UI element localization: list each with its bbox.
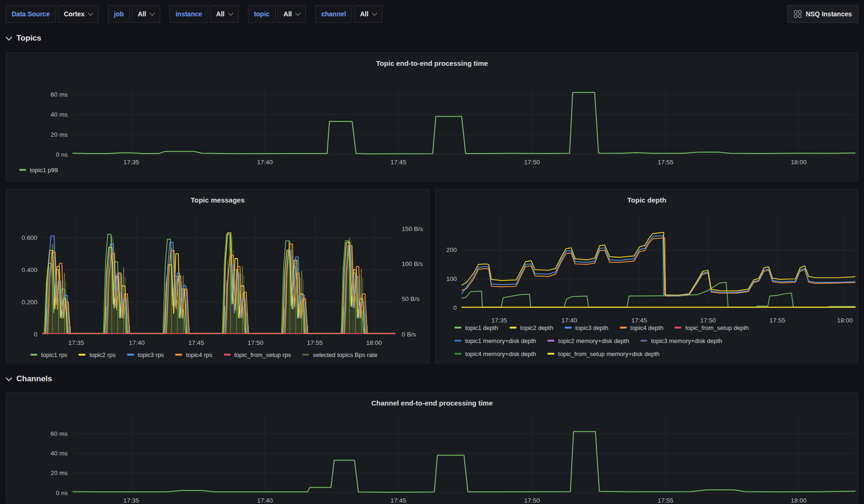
legend-item[interactable]: topic3 memory+disk depth xyxy=(640,337,722,344)
legend-item[interactable]: topic_from_setup rps xyxy=(224,351,291,358)
legend-item[interactable]: topic4 rps xyxy=(175,351,212,358)
legend-series-color-icon xyxy=(640,340,647,342)
variable-value-job[interactable]: All xyxy=(132,5,160,23)
legend-series-color-icon xyxy=(127,354,134,356)
legend-item[interactable]: topic_from_setup memory+disk depth xyxy=(547,350,659,357)
chart-canvas-topic-e2e[interactable]: 0 ns20 ms40 ms60 ms17:3517:4017:4517:501… xyxy=(6,53,858,182)
variable-label-datasource[interactable]: Data Source xyxy=(6,5,56,23)
variable-datasource: Data Source Cortex xyxy=(6,5,99,23)
section-row-topics[interactable]: Topics xyxy=(7,32,42,45)
svg-text:18:00: 18:00 xyxy=(791,159,807,166)
legend-item[interactable]: topic1 depth xyxy=(454,324,498,331)
legend-item[interactable]: topic3 depth xyxy=(565,324,609,331)
grafana-nsq-dashboard: { "toolbar": { "pairs": [ {"label": "Dat… xyxy=(0,0,864,504)
legend-item[interactable]: topic4 memory+disk depth xyxy=(454,350,536,357)
nsq-instances-button[interactable]: NSQ Instances xyxy=(787,5,858,23)
svg-text:17:35: 17:35 xyxy=(68,339,84,346)
legend-series-label: topic1 rps xyxy=(41,351,67,358)
variable-label-instance[interactable]: instance xyxy=(170,5,208,23)
variable-channel: channel All xyxy=(315,5,382,23)
legend-item[interactable]: selected topics Bps rate xyxy=(302,351,377,358)
svg-text:100: 100 xyxy=(446,275,457,282)
legend-series-label: topic2 memory+disk depth xyxy=(558,337,629,344)
variable-job: job All xyxy=(108,5,160,23)
legend-series-color-icon xyxy=(510,327,517,329)
variable-label-job[interactable]: job xyxy=(108,5,130,23)
section-row-channels[interactable]: Channels xyxy=(7,372,52,385)
svg-text:60 ms: 60 ms xyxy=(50,430,68,437)
legend-series-color-icon xyxy=(78,354,85,356)
variable-value-text: All xyxy=(360,10,368,18)
svg-text:18:00: 18:00 xyxy=(791,497,807,504)
section-title-channels: Channels xyxy=(16,374,52,384)
svg-text:40 ms: 40 ms xyxy=(50,111,68,118)
legend-series-label: topic3 memory+disk depth xyxy=(651,337,722,344)
svg-text:17:40: 17:40 xyxy=(129,339,145,346)
legend-series-color-icon xyxy=(454,353,461,355)
svg-text:200: 200 xyxy=(446,246,457,253)
nsq-instances-label: NSQ Instances xyxy=(806,10,852,18)
legend-row: topic1 depthtopic2 depthtopic3 depthtopi… xyxy=(454,324,760,331)
svg-text:17:50: 17:50 xyxy=(700,317,716,324)
legend-item[interactable]: topic1 rps xyxy=(30,351,67,358)
variable-label-channel[interactable]: channel xyxy=(315,5,352,23)
variable-value-text: Cortex xyxy=(64,10,85,18)
legend-series-color-icon xyxy=(454,340,461,342)
svg-text:17:35: 17:35 xyxy=(123,159,139,166)
legend-series-label: topic_from_setup depth xyxy=(685,324,749,331)
chevron-down-icon xyxy=(372,10,377,15)
legend-item[interactable]: topic1 memory+disk depth xyxy=(454,337,536,344)
legend-item[interactable]: topic3 rps xyxy=(127,351,164,358)
section-title-topics: Topics xyxy=(16,34,42,43)
panel-topic-e2e: Topic end-to-end processing time 0 ns20 … xyxy=(6,52,858,182)
legend-series-label: topic1 p99 xyxy=(30,167,58,174)
variable-value-channel[interactable]: All xyxy=(354,5,382,23)
variable-label-text: channel xyxy=(321,10,346,18)
legend-item[interactable]: topic2 memory+disk depth xyxy=(547,337,629,344)
svg-text:17:45: 17:45 xyxy=(631,317,647,324)
svg-text:17:45: 17:45 xyxy=(188,339,204,346)
legend-item[interactable]: topic1 p99 xyxy=(19,167,58,174)
variable-value-datasource[interactable]: Cortex xyxy=(58,5,99,23)
chart-canvas-channel-e2e[interactable]: 0 ns20 ms40 ms60 ms17:3517:4017:4517:501… xyxy=(6,392,858,504)
chart-canvas-topic-messages[interactable]: 00.2000.4000.6000 B/s50 B/s100 B/s150 B/… xyxy=(6,189,430,364)
svg-text:17:35: 17:35 xyxy=(123,497,139,504)
svg-text:0.200: 0.200 xyxy=(21,299,37,306)
legend-item[interactable]: topic_from_setup depth xyxy=(674,324,749,331)
legend-series-color-icon xyxy=(19,169,26,171)
svg-text:17:45: 17:45 xyxy=(390,497,406,504)
legend-series-color-icon xyxy=(620,327,627,329)
variable-instance: instance All xyxy=(170,5,239,23)
variable-value-topic[interactable]: All xyxy=(277,5,306,23)
apps-grid-icon xyxy=(794,10,802,18)
panel-topic-depth: Topic depth 010020017:3517:4017:4517:501… xyxy=(435,189,858,364)
legend-series-color-icon xyxy=(547,340,554,342)
variable-value-text: All xyxy=(283,10,292,18)
svg-text:18:00: 18:00 xyxy=(366,339,382,346)
svg-text:50 B/s: 50 B/s xyxy=(402,295,420,302)
legend-series-color-icon xyxy=(454,327,461,329)
svg-text:17:55: 17:55 xyxy=(658,497,673,504)
svg-text:0 ns: 0 ns xyxy=(56,151,68,158)
legend-series-label: topic4 rps xyxy=(186,351,212,358)
svg-text:17:35: 17:35 xyxy=(491,317,507,324)
svg-text:40 ms: 40 ms xyxy=(50,450,68,457)
svg-text:17:50: 17:50 xyxy=(524,159,540,166)
legend-series-label: topic2 rps xyxy=(89,351,115,358)
svg-text:20 ms: 20 ms xyxy=(50,469,68,476)
svg-text:17:55: 17:55 xyxy=(769,317,785,324)
legend-item[interactable]: topic4 depth xyxy=(620,324,664,331)
legend-series-color-icon xyxy=(302,354,309,356)
variable-label-topic[interactable]: topic xyxy=(248,5,276,23)
variable-value-instance[interactable]: All xyxy=(210,5,239,23)
legend-item[interactable]: topic2 rps xyxy=(78,351,115,358)
legend-series-label: topic4 depth xyxy=(630,324,664,331)
svg-text:17:40: 17:40 xyxy=(257,159,273,166)
svg-text:17:50: 17:50 xyxy=(248,339,263,346)
legend-item[interactable]: topic2 depth xyxy=(510,324,553,331)
svg-text:17:45: 17:45 xyxy=(390,159,406,166)
legend-row: topic1 rpstopic2 rpstopic3 rpstopic4 rps… xyxy=(30,351,389,358)
svg-text:0: 0 xyxy=(453,304,457,311)
legend-series-label: topic_from_setup rps xyxy=(234,351,291,358)
svg-text:18:00: 18:00 xyxy=(837,317,853,324)
